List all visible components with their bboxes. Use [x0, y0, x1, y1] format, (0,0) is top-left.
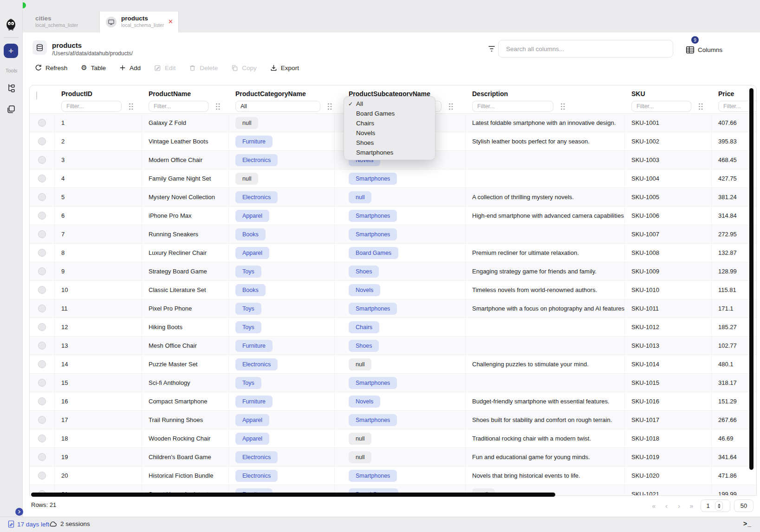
- column-drag-handle-icon[interactable]: [129, 103, 134, 110]
- dropdown-item-board-games[interactable]: Board Games: [344, 109, 435, 118]
- table-row[interactable]: 17Trail Running ShoesApparelSmartphonesS…: [30, 411, 757, 429]
- table-row[interactable]: 13Mesh Office ChairFurnitureShoesSKU-101…: [30, 337, 757, 355]
- row-checkbox[interactable]: [38, 286, 46, 294]
- table-row[interactable]: 5Mystery Novel CollectionElectronicsnull…: [30, 188, 757, 207]
- last-page-button[interactable]: »: [685, 502, 698, 510]
- trial-days-left[interactable]: 17 days left: [8, 520, 49, 528]
- filter-input-SKU[interactable]: Filter...: [631, 101, 691, 112]
- row-checkbox[interactable]: [38, 453, 46, 461]
- dropdown-item-shoes[interactable]: Shoes: [344, 138, 435, 148]
- filter-input-ProductName[interactable]: Filter...: [149, 101, 208, 112]
- row-select-cell[interactable]: [30, 448, 55, 466]
- export-button[interactable]: Export: [270, 65, 299, 71]
- column-drag-handle-icon[interactable]: [560, 103, 565, 110]
- row-select-cell[interactable]: [30, 429, 55, 448]
- row-select-cell[interactable]: [30, 374, 55, 392]
- table-row[interactable]: 18Wooden Rocking ChairApparelnullTraditi…: [30, 429, 757, 448]
- page-size-box[interactable]: 50: [734, 500, 754, 512]
- select-all-checkbox[interactable]: [36, 91, 37, 100]
- next-page-button[interactable]: ›: [673, 502, 685, 510]
- expand-panel-button[interactable]: [15, 508, 23, 516]
- column-drag-handle-icon[interactable]: [448, 103, 454, 110]
- row-select-cell[interactable]: [30, 411, 55, 429]
- column-drag-handle-icon[interactable]: [327, 103, 332, 110]
- columns-button[interactable]: Columns: [686, 43, 746, 57]
- row-checkbox[interactable]: [38, 137, 46, 145]
- filter-funnel-icon[interactable]: [488, 45, 495, 52]
- row-checkbox[interactable]: [38, 323, 46, 331]
- row-select-cell[interactable]: [30, 299, 55, 318]
- prev-page-button[interactable]: ‹: [660, 502, 673, 510]
- row-checkbox[interactable]: [38, 435, 46, 442]
- table-button[interactable]: ⚙Table: [81, 64, 106, 71]
- row-checkbox[interactable]: [38, 156, 46, 164]
- select-all-cell[interactable]: [30, 85, 55, 100]
- row-checkbox[interactable]: [38, 360, 46, 368]
- column-drag-handle-icon[interactable]: [215, 103, 221, 110]
- row-select-cell[interactable]: [30, 262, 55, 280]
- add-button[interactable]: Add: [119, 65, 141, 71]
- row-select-cell[interactable]: [30, 169, 55, 188]
- row-checkbox[interactable]: [38, 305, 46, 312]
- row-checkbox[interactable]: [38, 193, 46, 201]
- row-select-cell[interactable]: [30, 132, 55, 150]
- column-drag-handle-icon[interactable]: [698, 103, 703, 110]
- row-checkbox[interactable]: [38, 212, 46, 220]
- table-row[interactable]: 11Pixel Pro PhoneToysSmartphonesSmartpho…: [30, 299, 757, 318]
- row-checkbox[interactable]: [38, 175, 46, 182]
- page-number-input[interactable]: [701, 502, 715, 509]
- row-checkbox[interactable]: [38, 267, 46, 275]
- refresh-button[interactable]: Refresh: [35, 65, 67, 71]
- row-checkbox[interactable]: [38, 379, 46, 387]
- page-stepper[interactable]: [715, 501, 723, 511]
- dropdown-item-novels[interactable]: Novels: [344, 128, 435, 138]
- stepper-down-icon[interactable]: [718, 506, 721, 508]
- row-select-cell[interactable]: [30, 114, 55, 132]
- dropdown-item-all[interactable]: ✓All: [344, 99, 435, 109]
- table-row[interactable]: 19Children's Board GameElectronicsnullFu…: [30, 448, 757, 467]
- sessions-indicator[interactable]: 2 sessions: [49, 520, 90, 527]
- row-select-cell[interactable]: [30, 225, 55, 243]
- row-select-cell[interactable]: [30, 355, 55, 373]
- row-select-cell[interactable]: [30, 392, 55, 410]
- table-row[interactable]: 8Luxury Recliner ChairApparelBoard Games…: [30, 244, 757, 262]
- table-row[interactable]: 15Sci-fi AnthologyToysSmartphonesSKU-101…: [30, 374, 757, 392]
- table-row[interactable]: 9Strategy Board GameToysShoesEngaging st…: [30, 262, 757, 281]
- row-select-cell[interactable]: [30, 281, 55, 299]
- search-input[interactable]: [498, 40, 673, 58]
- table-row[interactable]: 4Family Game Night SetnullSmartphonesSKU…: [30, 169, 757, 188]
- row-select-cell[interactable]: [30, 188, 55, 206]
- row-select-cell[interactable]: [30, 151, 55, 169]
- row-checkbox[interactable]: [38, 342, 46, 350]
- filter-input-ProductID[interactable]: Filter...: [61, 101, 122, 112]
- table-row[interactable]: 20Historical Fiction BundleElectronicsSm…: [30, 467, 757, 485]
- row-checkbox[interactable]: [38, 119, 46, 127]
- row-checkbox[interactable]: [38, 230, 46, 238]
- row-select-cell[interactable]: [30, 244, 55, 262]
- table-row[interactable]: 14Puzzle Master SetElectronicsnullChalle…: [30, 355, 757, 374]
- table-row[interactable]: 10Classic Literature SetBooksNovelsTimel…: [30, 281, 757, 299]
- sidebar-add-button[interactable]: +: [4, 44, 18, 58]
- horizontal-scrollbar[interactable]: [31, 493, 555, 497]
- table-row[interactable]: 6iPhone Pro MaxApparelSmartphonesHigh-en…: [30, 207, 757, 225]
- first-page-button[interactable]: «: [648, 502, 660, 510]
- filter-input-Description[interactable]: Filter...: [472, 101, 553, 112]
- terminal-icon[interactable]: >_: [743, 520, 752, 527]
- collections-icon[interactable]: [6, 104, 16, 114]
- row-select-cell[interactable]: [30, 337, 55, 355]
- tab-products[interactable]: products local_schema_lister ✕: [100, 12, 179, 32]
- tab-cities[interactable]: cities local_schema_lister: [28, 12, 100, 32]
- table-row[interactable]: 7Running SneakersBooksSmartphonesSKU-100…: [30, 225, 757, 244]
- row-checkbox[interactable]: [38, 472, 46, 480]
- row-select-cell[interactable]: [30, 318, 55, 336]
- stepper-up-icon[interactable]: [718, 504, 721, 506]
- row-checkbox[interactable]: [38, 416, 46, 424]
- table-row[interactable]: 12Hiking BootsToysChairsSKU-1012185.27: [30, 318, 757, 337]
- row-select-cell[interactable]: [30, 467, 55, 485]
- close-tab-icon[interactable]: ✕: [168, 18, 173, 25]
- dropdown-item-chairs[interactable]: Chairs: [344, 118, 435, 128]
- schema-tree-icon[interactable]: [6, 83, 16, 92]
- filter-select-ProductCategoryName[interactable]: All: [235, 101, 320, 112]
- vertical-scrollbar[interactable]: [749, 88, 754, 470]
- row-checkbox[interactable]: [38, 249, 46, 257]
